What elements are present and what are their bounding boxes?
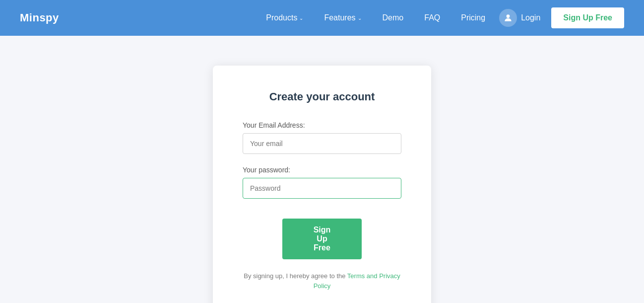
- password-input[interactable]: [243, 178, 401, 199]
- nav-item-pricing[interactable]: Pricing: [453, 9, 493, 26]
- login-nav-item[interactable]: Login: [493, 5, 546, 31]
- terms-text: By signing up, I hereby agree to the Ter…: [243, 271, 401, 291]
- signup-form-card: Create your account Your Email Address: …: [213, 66, 431, 303]
- nav-item-products[interactable]: Products ⌄: [258, 9, 311, 26]
- email-input[interactable]: [243, 133, 401, 154]
- user-icon: [499, 9, 517, 27]
- login-label: Login: [521, 13, 540, 22]
- nav-link-faq[interactable]: FAQ: [416, 9, 448, 26]
- nav-item-features[interactable]: Features ⌄: [316, 9, 369, 26]
- chevron-down-icon: ⌄: [358, 15, 362, 21]
- password-label: Your password:: [243, 166, 401, 174]
- nav-links: Products ⌄ Features ⌄ Demo FAQ Pricing: [258, 9, 493, 26]
- signup-nav-button[interactable]: Sign Up Free: [551, 7, 624, 28]
- navbar: Minspy Products ⌄ Features ⌄ Demo FAQ Pr…: [0, 0, 644, 36]
- email-form-group: Your Email Address:: [243, 121, 401, 154]
- svg-point-0: [507, 14, 510, 18]
- signup-main-button[interactable]: Sign Up Free: [282, 219, 362, 259]
- form-title: Create your account: [269, 90, 375, 103]
- main-content: Create your account Your Email Address: …: [0, 36, 644, 303]
- nav-link-features[interactable]: Features ⌄: [316, 9, 369, 26]
- nav-link-pricing[interactable]: Pricing: [453, 9, 493, 26]
- email-label: Your Email Address:: [243, 121, 401, 129]
- brand-logo[interactable]: Minspy: [20, 11, 59, 24]
- nav-item-demo[interactable]: Demo: [375, 9, 412, 26]
- nav-link-demo[interactable]: Demo: [375, 9, 412, 26]
- nav-link-products[interactable]: Products ⌄: [258, 9, 311, 26]
- password-form-group: Your password:: [243, 166, 401, 199]
- chevron-down-icon: ⌄: [299, 15, 303, 21]
- nav-item-faq[interactable]: FAQ: [416, 9, 448, 26]
